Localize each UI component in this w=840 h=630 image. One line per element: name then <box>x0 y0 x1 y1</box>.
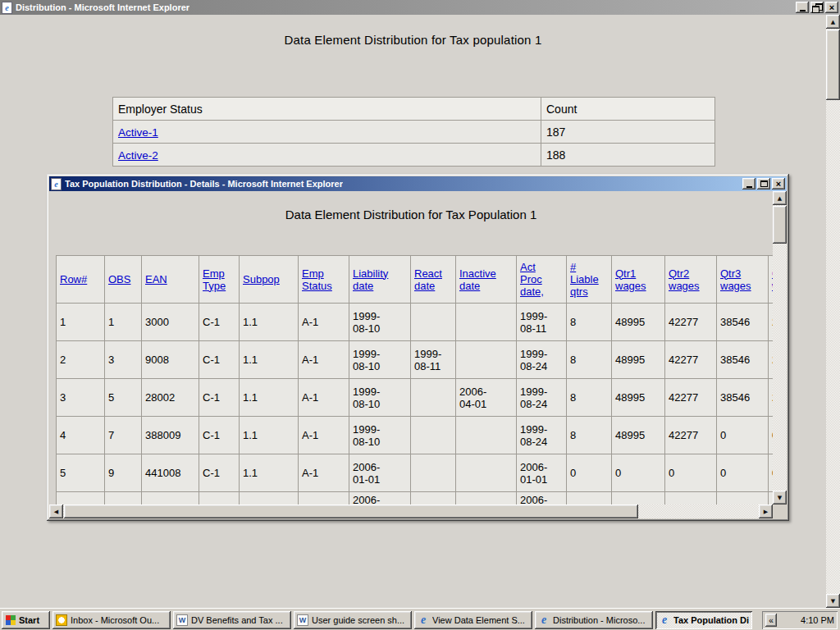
summary-row: Active-2 188 <box>113 144 715 167</box>
task-label: Tax Population Dis... <box>673 615 749 625</box>
outlook-icon <box>56 614 67 626</box>
column-sort-link[interactable]: Emp Type <box>203 267 226 292</box>
employer-status-link[interactable]: Active-2 <box>118 149 158 162</box>
column-sort-link[interactable]: EAN <box>145 273 167 285</box>
taskbar-task-strip: Inbox - Microsoft Ou... DV Benefits and … <box>52 611 752 629</box>
minimize-button[interactable] <box>796 2 809 13</box>
taskbar-task-button[interactable]: Distribution - Microso... <box>535 611 653 629</box>
taskbar-clock: 4:10 PM <box>801 615 834 625</box>
system-tray: « 4:10 PM <box>762 611 838 629</box>
minimize-icon <box>746 186 752 188</box>
column-header: Row# <box>57 256 105 304</box>
scroll-right-button[interactable]: ▶ <box>759 504 773 518</box>
scroll-up-button[interactable]: ▲ <box>773 191 787 205</box>
detail-page: Data Element Distribution for Tax Popula… <box>49 191 773 504</box>
count-cell: 187 <box>541 121 715 144</box>
count-cell: 188 <box>541 144 715 167</box>
task-label: User guide screen sh... <box>312 615 404 625</box>
detail-window: Tax Population Distribution - Details - … <box>47 174 789 521</box>
column-header: Qtr1 wages <box>612 256 665 304</box>
detail-window-titlebar[interactable]: Tax Population Distribution - Details - … <box>49 176 787 191</box>
taskbar-task-button[interactable]: DV Benefits and Tax ... <box>173 611 291 629</box>
outer-window-controls: × <box>794 2 838 13</box>
up-arrow-icon: ▲ <box>778 195 782 202</box>
start-label: Start <box>19 615 39 625</box>
detail-horizontal-scrollbar[interactable]: ◀ ▶ <box>49 504 773 518</box>
column-sort-link[interactable]: Emp Status <box>302 267 332 292</box>
word-icon <box>297 614 308 626</box>
summary-table: Employer Status Count Active-1 187 Activ… <box>112 97 715 167</box>
up-arrow-icon: ▲ <box>831 19 835 25</box>
task-label: DV Benefits and Tax ... <box>191 615 283 625</box>
detail-row: 3 5 28002 C-1 1.1 A-1 1999- 08-10 2006- … <box>57 379 774 417</box>
column-sort-link[interactable]: Liability date <box>353 267 388 292</box>
taskbar-task-button[interactable]: Inbox - Microsoft Ou... <box>52 611 171 629</box>
down-arrow-icon: ▼ <box>831 598 835 605</box>
summary-col-count: Count <box>541 98 715 121</box>
ie-icon <box>659 614 670 626</box>
summary-row: Active-1 187 <box>113 121 715 144</box>
column-header: Qtr3 wages <box>717 256 769 304</box>
column-sort-link[interactable]: Subpop <box>243 273 280 285</box>
column-sort-link[interactable]: Qtr2 wages <box>669 267 700 292</box>
column-sort-link[interactable]: Inactive date <box>459 267 496 292</box>
taskbar-task-button[interactable]: Tax Population Dis... <box>655 611 752 629</box>
maximize-icon <box>760 180 768 187</box>
detail-table: Row# OBS EAN Emp Type Subpop Emp Status <box>56 255 773 504</box>
employer-status-link[interactable]: Active-1 <box>118 126 158 139</box>
column-header: EAN <box>142 256 199 304</box>
column-sort-link[interactable]: Qtr3 wages <box>720 267 751 292</box>
column-header: Emp Status <box>299 256 349 304</box>
close-icon: × <box>829 3 834 11</box>
close-icon: × <box>776 180 781 188</box>
column-sort-link[interactable]: Qtr1 wages <box>615 267 646 292</box>
outer-window-titlebar[interactable]: Distribution - Microsoft Internet Explor… <box>0 0 840 15</box>
scroll-up-button[interactable]: ▲ <box>826 15 840 29</box>
column-header: Emp Type <box>199 256 240 304</box>
detail-window-title: Tax Population Distribution - Details - … <box>65 179 343 189</box>
column-sort-link[interactable]: Act Proc date, <box>520 261 544 298</box>
maximize-button[interactable] <box>757 178 770 189</box>
column-header: Subpop <box>240 256 299 304</box>
detail-page-heading: Data Element Distribution for Tax Popula… <box>49 208 773 221</box>
taskbar-task-button[interactable]: View Data Element S... <box>414 611 532 629</box>
detail-row: 5 9 441008 C-1 1.1 A-1 2006- 01-01 2006-… <box>57 454 774 492</box>
minimize-icon <box>800 10 806 11</box>
column-header: React date <box>411 256 456 304</box>
outer-window-title: Distribution - Microsoft Internet Explor… <box>16 2 189 12</box>
column-sort-link[interactable]: OBS <box>108 273 130 285</box>
column-sort-link[interactable]: React date <box>414 267 442 292</box>
close-button[interactable]: × <box>825 2 838 13</box>
taskbar-task-button[interactable]: User guide screen sh... <box>294 611 412 629</box>
down-arrow-icon: ▼ <box>778 495 782 501</box>
scroll-thumb[interactable] <box>773 206 787 244</box>
scroll-thumb[interactable] <box>64 504 638 518</box>
outer-page-heading: Data Element Distribution for Tax popula… <box>0 33 826 47</box>
scroll-left-button[interactable]: ◀ <box>49 504 63 518</box>
minimize-button[interactable] <box>742 178 756 189</box>
outer-vertical-scrollbar[interactable]: ▲ ▼ <box>826 15 840 608</box>
start-button[interactable]: Start <box>2 611 50 629</box>
left-arrow-icon: ◀ <box>54 509 58 515</box>
tray-chevron-button[interactable]: « <box>765 614 777 627</box>
restore-button[interactable] <box>810 2 824 13</box>
windows-logo-icon <box>6 615 16 625</box>
ie-icon <box>2 2 12 14</box>
column-sort-link[interactable]: # Liable qtrs <box>570 261 599 298</box>
detail-row: 1 1 3000 C-1 1.1 A-1 1999- 08-10 1999- 0… <box>57 304 774 341</box>
scroll-down-button[interactable]: ▼ <box>826 594 840 608</box>
scrollbar-corner <box>773 504 787 518</box>
detail-vertical-scrollbar[interactable]: ▲ ▼ <box>773 191 787 504</box>
column-header: Inactive date <box>456 256 517 304</box>
scroll-down-button[interactable]: ▼ <box>773 491 787 504</box>
taskbar: Start Inbox - Microsoft Ou... DV Benefit… <box>0 608 840 630</box>
task-label: View Data Element S... <box>432 615 525 625</box>
detail-row: 4 7 388009 C-1 1.1 A-1 1999- 08-10 1999-… <box>57 417 774 454</box>
ie-icon <box>538 614 550 626</box>
summary-col-employer-status: Employer Status <box>113 98 541 121</box>
scroll-thumb[interactable] <box>826 30 840 100</box>
ie-icon <box>418 614 429 626</box>
close-button[interactable]: × <box>772 178 785 189</box>
column-sort-link[interactable]: Row# <box>60 273 87 285</box>
column-header: Act Proc date, <box>517 256 567 304</box>
